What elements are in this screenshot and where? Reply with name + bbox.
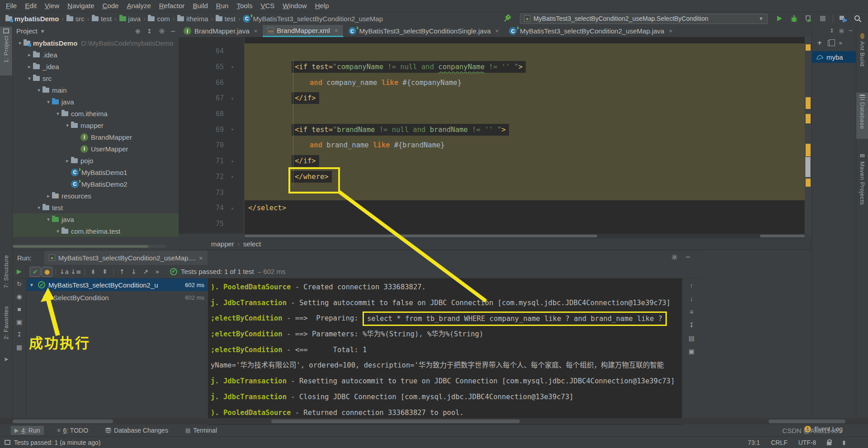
- breadcrumb-item[interactable]: mybatisDemo: [5, 15, 59, 23]
- sort-alphabetically-icon[interactable]: ↓a: [59, 267, 70, 277]
- menu-item-window[interactable]: Window: [278, 0, 311, 12]
- pin-icon[interactable]: ➤: [0, 354, 12, 372]
- tree-item-mapper[interactable]: ▾mapper: [13, 119, 179, 131]
- toolwindow-todo-button[interactable]: ≡6: TODO: [54, 426, 92, 435]
- more-icon[interactable]: »: [839, 39, 843, 47]
- fold-end-icon[interactable]: ▵: [224, 95, 241, 101]
- next-test-icon[interactable]: ↓: [128, 267, 139, 277]
- tree-item-main[interactable]: ▾main: [13, 84, 179, 96]
- editor-error-stripe[interactable]: [805, 37, 811, 234]
- fold-start-icon[interactable]: ▿: [224, 64, 241, 70]
- run-with-coverage-button[interactable]: [802, 13, 814, 24]
- menu-item-help[interactable]: Help: [311, 0, 333, 12]
- chevron-collapsed-icon[interactable]: ▸: [26, 64, 33, 70]
- tree-item-resources[interactable]: ▸resources: [13, 190, 179, 202]
- chevron-expanded-icon[interactable]: ▾: [54, 111, 61, 117]
- search-icon[interactable]: [852, 13, 863, 24]
- toolwindow-database-changes-button[interactable]: Database Changes: [102, 426, 172, 435]
- code-line-68[interactable]: [245, 106, 805, 122]
- run-button[interactable]: [774, 13, 785, 24]
- tree-item-java[interactable]: ▾java: [13, 213, 179, 225]
- tree-item-mybatisdemo2[interactable]: MyBatisDemo2: [13, 178, 179, 190]
- close-icon[interactable]: ×: [669, 28, 672, 34]
- close-icon[interactable]: ×: [199, 254, 203, 262]
- menu-item-refactor[interactable]: Refactor: [155, 0, 189, 12]
- tree-item--idea[interactable]: ▸.idea: [13, 49, 179, 61]
- menu-item-run[interactable]: Run: [212, 0, 233, 12]
- fold-start-icon[interactable]: ▿: [224, 127, 241, 132]
- menu-item-tools[interactable]: Tools: [232, 0, 256, 12]
- chevron-collapsed-icon[interactable]: ▸: [45, 193, 52, 199]
- chevron-expanded-icon[interactable]: ▾: [35, 205, 42, 211]
- breadcrumb-item[interactable]: test: [92, 15, 112, 23]
- chevron-expanded-icon[interactable]: ▾: [26, 75, 33, 81]
- duplicate-icon[interactable]: [828, 40, 833, 46]
- tree-item-usermapper[interactable]: UserMapper: [13, 143, 179, 155]
- tree-item-test[interactable]: ▾test: [13, 202, 179, 213]
- code-line-74[interactable]: </select>: [245, 200, 805, 216]
- breadcrumb-item[interactable]: src: [66, 15, 85, 23]
- editor-tab-mybatistest3-selectbycondition2-usemap-java[interactable]: MyBatisTest3_selectByCondition2_useMap.j…: [504, 25, 678, 37]
- close-icon[interactable]: ×: [335, 27, 338, 34]
- hide-panel-icon[interactable]: ─: [686, 253, 690, 261]
- tree-item-com-itheima[interactable]: ▾com.itheima: [13, 108, 179, 119]
- tree-item-src[interactable]: ▾src: [13, 72, 179, 84]
- collapse-all-icon[interactable]: ⇞: [99, 267, 110, 277]
- menu-item-vcs[interactable]: VCS: [256, 0, 278, 12]
- chevron-collapsed-icon[interactable]: ▸: [26, 52, 33, 58]
- build-hammer-icon[interactable]: [501, 13, 513, 24]
- toolwindow-structure-stripe-button[interactable]: 7: Structure: [0, 253, 12, 298]
- caret-position[interactable]: 73:1: [748, 439, 760, 446]
- scroll-down-icon[interactable]: ↓: [690, 295, 693, 302]
- toolwindow-favorites-stripe-button[interactable]: 2: Favorites: [0, 304, 12, 349]
- collapse-icon[interactable]: ↕: [830, 28, 834, 34]
- code-line-69[interactable]: <if test="brandName != null and brandNam…: [245, 122, 805, 137]
- run-panel-tab[interactable]: MyBatisTest3_selectByCondition2_useMap..…: [44, 250, 208, 265]
- chevron-collapsed-icon[interactable]: ▸: [64, 158, 71, 164]
- stop-button[interactable]: [817, 13, 829, 24]
- clear-console-icon[interactable]: ▣: [689, 348, 694, 355]
- tree-item-mybatisdemo1[interactable]: MyBatisDemo1: [13, 166, 179, 178]
- stop-icon[interactable]: ■: [17, 306, 21, 313]
- coverage-icon[interactable]: ◉: [16, 293, 22, 300]
- history-icon[interactable]: ▦: [16, 344, 22, 351]
- print-icon[interactable]: ▤: [689, 335, 694, 342]
- editor-tab-brandmapper-xml[interactable]: BrandMapper.xml×: [263, 25, 343, 37]
- code-line-64[interactable]: [245, 43, 805, 59]
- test-row-mybatistest3_selectbycondition2_u[interactable]: ▼MyBatisTest3_selectByCondition2_u602 ms: [27, 278, 208, 291]
- code-line-70[interactable]: and brand_name like #{brandName}: [245, 137, 805, 153]
- add-datasource-button[interactable]: +: [817, 38, 822, 47]
- screenshot-icon[interactable]: ▣: [16, 318, 22, 325]
- gear-icon[interactable]: [671, 254, 678, 260]
- toolwindow-database-stripe-button[interactable]: Database: [856, 93, 868, 139]
- menu-item-code[interactable]: Code: [99, 0, 123, 12]
- file-encoding[interactable]: UTF-8: [798, 439, 816, 446]
- fold-end-icon[interactable]: ▵: [224, 205, 241, 211]
- rerun-failed-icon[interactable]: ↻: [17, 280, 22, 288]
- tree-item-pojo[interactable]: ▸pojo: [13, 155, 179, 166]
- editor-horizontal-scrollbar[interactable]: [245, 234, 805, 238]
- breadcrumb-item[interactable]: java: [119, 15, 141, 23]
- tree-item-com-itheima-test[interactable]: ▾com.itheima.test: [13, 225, 179, 237]
- gear-icon[interactable]: [839, 28, 844, 34]
- database-item-mybatis[interactable]: myba: [812, 51, 856, 63]
- toolwindow-run-button[interactable]: ▶4: Run: [11, 426, 44, 435]
- import-results-icon[interactable]: ↧: [17, 331, 22, 338]
- toolwindow-project-stripe-button[interactable]: 1: Project: [0, 27, 12, 75]
- code-line-67[interactable]: </if>: [245, 90, 805, 106]
- collapse-all-icon[interactable]: ↕: [147, 28, 152, 35]
- chevron-expanded-icon[interactable]: ▾: [64, 123, 71, 128]
- breadcrumb-mapper[interactable]: mapper: [211, 240, 234, 248]
- test-row-selectbycondition[interactable]: SelectByCondition602 ms: [27, 291, 208, 304]
- breadcrumb-item[interactable]: itheima: [177, 15, 208, 23]
- close-icon[interactable]: ×: [254, 28, 258, 34]
- lock-icon[interactable]: [827, 442, 831, 445]
- editor-tab-brandmapper-java[interactable]: BrandMapper.java×: [179, 25, 263, 37]
- sort-by-duration-icon[interactable]: ↓≡: [71, 267, 81, 277]
- chevron-expanded-icon[interactable]: ▾: [45, 217, 52, 222]
- breadcrumb-item[interactable]: MyBatisTest3_selectByCondition2_useMap: [243, 15, 383, 23]
- chevron-expanded-icon[interactable]: ▾: [35, 87, 42, 93]
- tree-item-java[interactable]: ▾java: [13, 96, 179, 108]
- expand-all-icon[interactable]: ⇟: [88, 267, 99, 277]
- tree-item-mybatisdemo[interactable]: ▾mybatisDemoD:\MyBatisCode\mybatisDemo: [13, 37, 179, 49]
